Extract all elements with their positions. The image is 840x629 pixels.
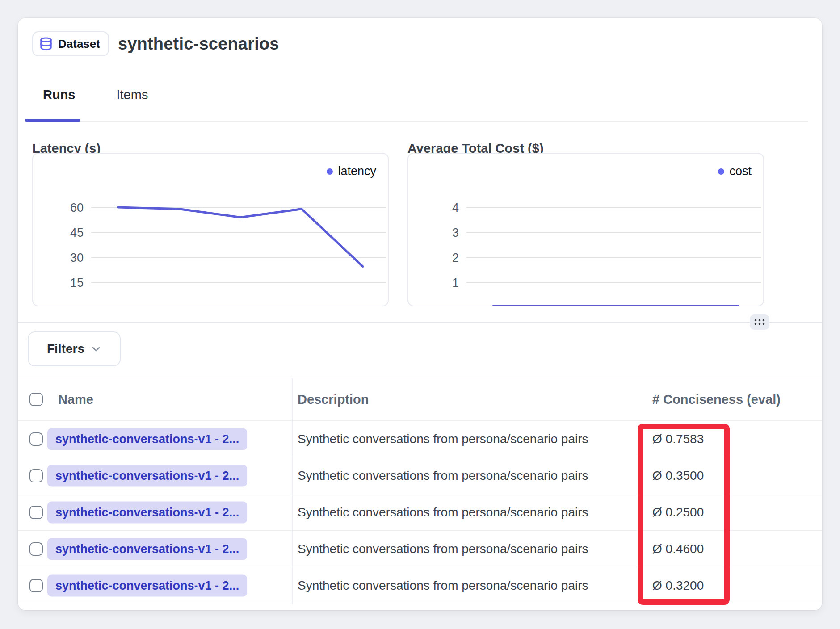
table-row: synthetic-conversations-v1 - 2... Synthe… <box>18 567 822 604</box>
active-tab-indicator <box>25 119 80 122</box>
runs-table: Name Description # Conciseness (eval) sy… <box>18 378 822 604</box>
column-header-name: Name <box>58 392 93 407</box>
page-title: synthetic-scenarios <box>118 34 279 54</box>
svg-text:4: 4 <box>452 201 459 214</box>
svg-text:15: 15 <box>70 276 84 289</box>
charts-section-divider <box>18 322 822 323</box>
run-description: Synthetic conversations from persona/sce… <box>298 505 588 520</box>
table-row: synthetic-conversations-v1 - 2... Synthe… <box>18 457 822 494</box>
latency-legend: latency <box>327 164 376 178</box>
run-description: Synthetic conversations from persona/sce… <box>298 579 588 593</box>
filters-button-label: Filters <box>47 342 84 356</box>
select-all-checkbox[interactable] <box>29 393 43 406</box>
run-name-link[interactable]: synthetic-conversations-v1 - 2... <box>47 538 247 560</box>
legend-label: latency <box>338 164 376 178</box>
row-checkbox[interactable] <box>29 432 43 446</box>
svg-text:30: 30 <box>70 251 84 264</box>
filters-button[interactable]: Filters <box>28 331 121 366</box>
svg-text:45: 45 <box>70 226 84 239</box>
tab-runs[interactable]: Runs <box>32 80 86 122</box>
run-name-link[interactable]: synthetic-conversations-v1 - 2... <box>47 574 247 596</box>
run-conciseness-value: Ø 0.7583 <box>652 432 704 446</box>
database-icon <box>39 37 53 51</box>
run-name-link[interactable]: synthetic-conversations-v1 - 2... <box>47 501 247 523</box>
legend-label: cost <box>729 164 752 178</box>
row-checkbox[interactable] <box>29 469 43 482</box>
svg-text:2: 2 <box>452 251 459 264</box>
grip-dots-icon <box>754 318 765 326</box>
dataset-type-badge: Dataset <box>32 31 109 56</box>
legend-dot-icon <box>718 168 724 175</box>
column-header-description: Description <box>298 392 369 407</box>
svg-text:3: 3 <box>452 226 459 239</box>
page-header: Dataset synthetic-scenarios <box>32 31 279 56</box>
run-description: Synthetic conversations from persona/sce… <box>298 469 588 483</box>
row-checkbox[interactable] <box>29 542 43 556</box>
table-row: synthetic-conversations-v1 - 2... Synthe… <box>18 531 822 567</box>
run-description: Synthetic conversations from persona/sce… <box>298 542 588 556</box>
column-divider <box>292 378 293 604</box>
tab-items[interactable]: Items <box>106 80 159 122</box>
tab-bar: Runs Items <box>32 80 159 122</box>
dataset-badge-label: Dataset <box>58 37 100 51</box>
latency-chart: 60453015 latency <box>32 153 389 306</box>
table-header-row: Name Description # Conciseness (eval) <box>18 378 822 421</box>
run-description: Synthetic conversations from persona/sce… <box>298 432 588 446</box>
row-checkbox[interactable] <box>29 579 43 592</box>
row-checkbox[interactable] <box>29 506 43 519</box>
svg-text:60: 60 <box>70 201 84 214</box>
cost-chart: 4321 cost <box>407 153 764 306</box>
table-row: synthetic-conversations-v1 - 2... Synthe… <box>18 421 822 457</box>
resize-drag-handle[interactable] <box>750 314 769 330</box>
run-conciseness-value: Ø 0.4600 <box>652 542 704 556</box>
run-name-link[interactable]: synthetic-conversations-v1 - 2... <box>47 428 247 450</box>
cost-legend: cost <box>718 164 752 178</box>
svg-text:1: 1 <box>452 276 459 289</box>
run-name-link[interactable]: synthetic-conversations-v1 - 2... <box>47 465 247 486</box>
legend-dot-icon <box>327 168 333 175</box>
column-header-conciseness: # Conciseness (eval) <box>652 392 781 407</box>
dataset-page-card: Dataset synthetic-scenarios Runs Items L… <box>18 18 822 610</box>
run-conciseness-value: Ø 0.3200 <box>652 579 704 593</box>
table-row: synthetic-conversations-v1 - 2... Synthe… <box>18 494 822 531</box>
run-conciseness-value: Ø 0.2500 <box>652 505 704 520</box>
chevron-down-icon <box>91 344 101 354</box>
tab-bar-border <box>32 121 808 122</box>
run-conciseness-value: Ø 0.3500 <box>652 469 704 483</box>
